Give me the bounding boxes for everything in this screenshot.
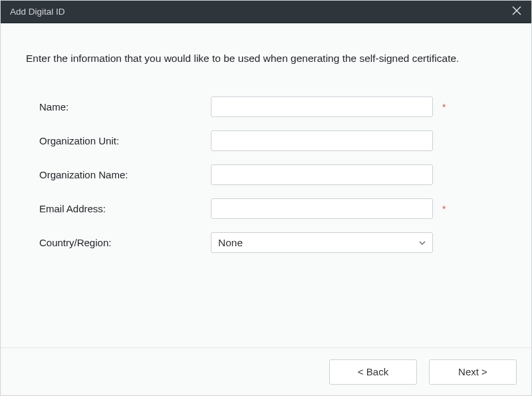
required-indicator: * <box>442 102 446 112</box>
org-name-label: Organization Name: <box>39 169 211 180</box>
name-label: Name: <box>39 101 211 112</box>
required-indicator: * <box>442 204 446 214</box>
instruction-text: Enter the information that you would lik… <box>26 53 506 65</box>
certificate-form: Name: * Organization Unit: Organization … <box>26 97 506 253</box>
dialog-content: Enter the information that you would lik… <box>1 23 531 347</box>
dialog-footer: < Back Next > <box>1 347 531 395</box>
email-label: Email Address: <box>39 203 211 214</box>
add-digital-id-dialog: Add Digital ID Enter the information tha… <box>0 0 532 396</box>
dialog-title: Add Digital ID <box>10 7 65 17</box>
country-select[interactable]: None <box>211 232 433 253</box>
next-button[interactable]: Next > <box>429 359 517 385</box>
name-input[interactable] <box>211 97 433 117</box>
form-row-org-unit: Organization Unit: <box>39 130 506 151</box>
email-input[interactable] <box>211 198 433 219</box>
org-unit-label: Organization Unit: <box>39 135 211 146</box>
titlebar: Add Digital ID <box>1 1 531 23</box>
back-button[interactable]: < Back <box>329 359 417 385</box>
country-label: Country/Region: <box>39 237 211 248</box>
form-row-email: Email Address: * <box>39 198 506 219</box>
close-button[interactable] <box>509 4 525 20</box>
form-row-country: Country/Region: None <box>39 232 506 253</box>
form-row-org-name: Organization Name: <box>39 164 506 185</box>
form-row-name: Name: * <box>39 97 506 117</box>
country-select-wrap: None <box>211 232 433 253</box>
org-name-input[interactable] <box>211 164 433 185</box>
org-unit-input[interactable] <box>211 130 433 151</box>
close-icon <box>512 6 521 18</box>
